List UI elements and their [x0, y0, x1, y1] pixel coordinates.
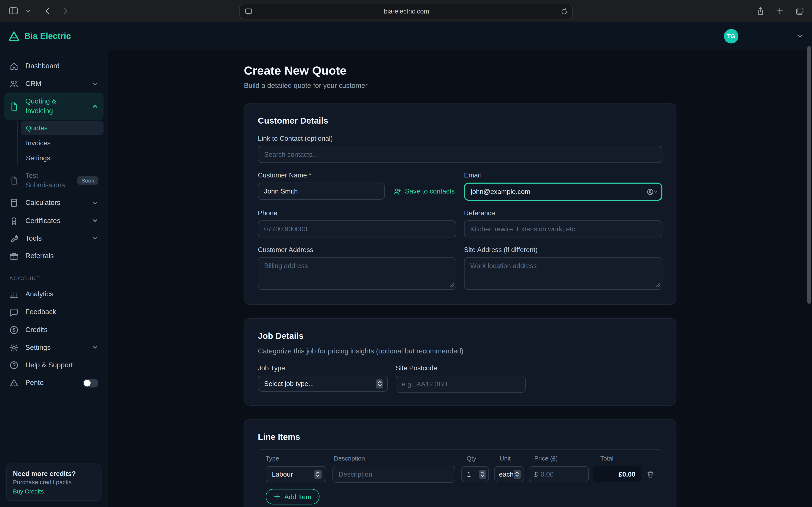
- add-item-button[interactable]: Add Item: [266, 489, 319, 504]
- item-price-input[interactable]: £ 0.00: [528, 466, 589, 482]
- customer-address-label: Customer Address: [258, 246, 456, 253]
- url-text[interactable]: bia-electric.com: [252, 8, 561, 15]
- item-unit-select[interactable]: each: [494, 466, 524, 482]
- new-tab-icon[interactable]: [774, 5, 786, 17]
- chevron-down-icon: [92, 344, 98, 351]
- sidebar-item-tools[interactable]: Tools: [4, 230, 104, 247]
- line-item-row: Labour 1: [266, 466, 654, 483]
- app-window: bia-electric.com: [0, 0, 812, 507]
- credits-icon: [9, 325, 18, 335]
- col-description: Description: [334, 455, 460, 462]
- sidebar-item-pento[interactable]: Pento: [4, 374, 104, 392]
- buy-credits-link[interactable]: Buy Credits: [13, 489, 95, 495]
- main-content: Create New Quote Build a detailed quote …: [108, 50, 812, 507]
- site-postcode-label: Site Postcode: [396, 364, 526, 372]
- sidebar-item-credits[interactable]: Credits: [4, 321, 104, 339]
- number-stepper-icon[interactable]: [479, 469, 486, 479]
- chevron-up-icon: [92, 103, 98, 110]
- gear-icon: [9, 343, 18, 352]
- account-section-label: ACCOUNT: [9, 275, 98, 281]
- line-items-header-row: Type Description Qty Unit Price (£) Tota…: [266, 455, 654, 462]
- sidebar-item-dashboard[interactable]: Dashboard: [4, 57, 104, 75]
- sidebar-nav: Dashboard CRM Quoting & Invoicing Quotes: [0, 50, 108, 507]
- sidebar-item-quoting-invoicing[interactable]: Quoting & Invoicing: [4, 93, 104, 120]
- sidebar-toggle-icon[interactable]: [7, 5, 20, 17]
- wrench-icon: [9, 234, 18, 243]
- tab-overview-icon[interactable]: [794, 5, 806, 17]
- reload-icon[interactable]: [561, 8, 567, 15]
- chevron-down-icon: [92, 81, 98, 88]
- customer-address-textarea[interactable]: [258, 257, 456, 290]
- sidebar-item-help-support[interactable]: Help & Support: [4, 356, 104, 374]
- col-total: Total: [600, 455, 649, 462]
- pento-toggle[interactable]: [83, 379, 98, 387]
- quoting-sub-list: Quotes Invoices Settings: [17, 121, 108, 165]
- forward-button[interactable]: [59, 5, 71, 17]
- credits-card-subtitle: Purchase credit packs: [13, 479, 95, 485]
- item-description-input[interactable]: [333, 466, 455, 483]
- sidebar-item-feedback[interactable]: Feedback: [4, 303, 104, 321]
- sidebar-item-quoting-settings[interactable]: Settings: [21, 151, 104, 165]
- page-subtitle: Build a detailed quote for your customer: [244, 82, 676, 90]
- link-to-contact-label: Link to Contact (optional): [258, 134, 662, 143]
- site-address-textarea[interactable]: [464, 257, 662, 290]
- url-bar[interactable]: bia-electric.com: [239, 4, 573, 19]
- col-price: Price (£): [534, 455, 596, 462]
- sidebar-item-referrals[interactable]: Referrals: [4, 247, 104, 265]
- header-chevron-down-icon[interactable]: [797, 33, 804, 40]
- sidebar-item-quotes[interactable]: Quotes: [21, 121, 104, 135]
- customer-name-input[interactable]: [258, 182, 385, 200]
- back-button[interactable]: [42, 5, 54, 17]
- calculator-icon: [9, 199, 18, 208]
- page-settings-icon[interactable]: [245, 8, 252, 15]
- credits-card-title: Need more credits?: [13, 470, 95, 477]
- scrollbar-thumb[interactable]: [807, 46, 811, 304]
- share-icon[interactable]: [754, 5, 767, 17]
- sidebar-item-calculators[interactable]: Calculators: [4, 194, 104, 212]
- plus-icon: [274, 494, 280, 500]
- customer-details-card: Customer Details Link to Contact (option…: [244, 103, 676, 304]
- resize-grip-icon[interactable]: [656, 280, 660, 290]
- user-plus-icon: [393, 187, 401, 195]
- sidebar-item-analytics[interactable]: Analytics: [4, 286, 104, 303]
- select-stepper-icon: [314, 469, 321, 479]
- sidebar-item-crm[interactable]: CRM: [4, 75, 104, 93]
- site-postcode-input[interactable]: [396, 376, 526, 393]
- page-title: Create New Quote: [244, 64, 676, 77]
- sidebar-item-test-submissions[interactable]: Test Submissions Soon: [4, 167, 104, 194]
- users-icon: [9, 79, 18, 89]
- item-type-select[interactable]: Labour: [266, 466, 326, 482]
- analytics-icon: [9, 290, 18, 299]
- sidebar-item-certificates[interactable]: Certificates: [4, 212, 104, 230]
- job-type-select[interactable]: Select job type...: [258, 376, 388, 392]
- resize-grip-icon[interactable]: [450, 280, 454, 290]
- brand[interactable]: Bia Electric: [0, 22, 108, 50]
- browser-toolbar: bia-electric.com: [0, 0, 812, 22]
- phone-input[interactable]: [258, 220, 456, 237]
- brand-logo-icon: [8, 31, 20, 41]
- sidebar-item-invoices[interactable]: Invoices: [21, 136, 104, 150]
- autofill-contact-icon[interactable]: [647, 188, 658, 195]
- reference-input[interactable]: [464, 220, 662, 237]
- contact-search-input[interactable]: [258, 146, 662, 163]
- select-stepper-icon: [514, 469, 521, 479]
- sidebar-item-settings[interactable]: Settings: [4, 339, 104, 356]
- line-items-card: Line Items Type Description Qty Unit Pri…: [244, 419, 676, 507]
- sidebar-menu-chevron-icon[interactable]: [25, 5, 31, 17]
- item-qty-input[interactable]: 1: [461, 466, 489, 482]
- file-icon: [9, 102, 18, 111]
- credits-promo-card: Need more credits? Purchase credit packs…: [6, 463, 101, 501]
- job-details-subtitle: Categorize this job for pricing insights…: [258, 347, 662, 355]
- customer-details-heading: Customer Details: [258, 116, 662, 126]
- site-address-label: Site Address (if different): [464, 246, 662, 253]
- soon-badge: Soon: [78, 176, 98, 185]
- avatar[interactable]: TG: [724, 29, 739, 44]
- certificate-icon: [9, 216, 18, 225]
- select-stepper-icon: [376, 379, 383, 388]
- save-to-contacts-link[interactable]: Save to contacts: [393, 187, 455, 195]
- customer-name-label: Customer Name *: [258, 171, 456, 179]
- email-input[interactable]: [464, 182, 662, 201]
- line-items-table: Type Description Qty Unit Price (£) Tota…: [258, 449, 662, 507]
- col-qty: Qty: [466, 455, 494, 462]
- delete-item-icon[interactable]: [646, 470, 654, 478]
